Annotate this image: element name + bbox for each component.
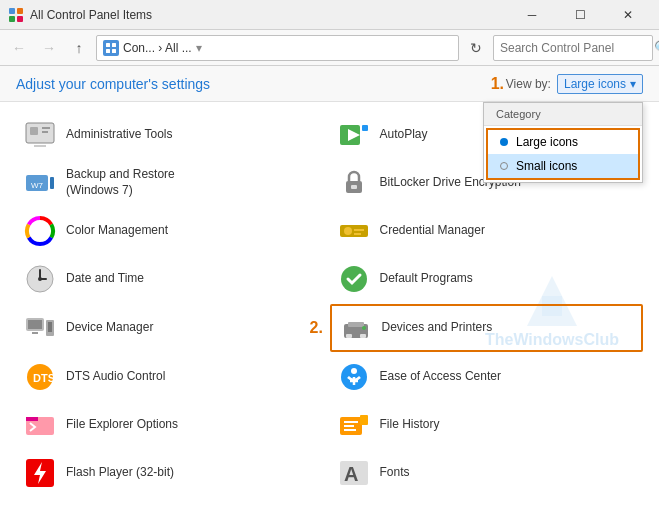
svg-rect-27 bbox=[354, 229, 364, 231]
admin-tools-label: Administrative Tools bbox=[66, 127, 173, 143]
maximize-button[interactable]: ☐ bbox=[557, 0, 603, 30]
list-item[interactable]: Color Management bbox=[16, 208, 330, 254]
list-item[interactable]: Administrative Tools bbox=[16, 112, 330, 158]
svg-text:A: A bbox=[344, 463, 358, 485]
viewby-dropdown: Category Large icons Small icons bbox=[483, 102, 643, 183]
svg-rect-54 bbox=[344, 425, 354, 427]
window-title: All Control Panel Items bbox=[30, 8, 509, 22]
dropdown-item-small-icons[interactable]: Small icons bbox=[488, 154, 638, 178]
svg-rect-13 bbox=[42, 131, 48, 133]
svg-rect-41 bbox=[346, 334, 352, 338]
list-item[interactable]: 2. Devices and Printers bbox=[330, 304, 644, 352]
window-controls: ─ ☐ ✕ bbox=[509, 0, 651, 30]
search-input[interactable] bbox=[500, 41, 650, 55]
svg-point-26 bbox=[344, 227, 352, 235]
search-icon: 🔍 bbox=[654, 40, 659, 55]
dropdown-header: Category bbox=[484, 103, 642, 126]
radio-selected-icon bbox=[500, 138, 508, 146]
titlebar: All Control Panel Items ─ ☐ ✕ bbox=[0, 0, 659, 30]
list-item[interactable]: DTS DTS Audio Control bbox=[16, 354, 330, 400]
breadcrumb-text: Con... › All ... bbox=[123, 41, 192, 55]
svg-point-32 bbox=[38, 277, 42, 281]
file-history-icon bbox=[338, 409, 370, 441]
svg-rect-53 bbox=[344, 421, 358, 423]
svg-rect-11 bbox=[30, 127, 38, 135]
breadcrumb-separator: ▾ bbox=[196, 41, 202, 55]
svg-rect-12 bbox=[42, 127, 50, 129]
svg-rect-5 bbox=[112, 43, 116, 47]
svg-rect-3 bbox=[17, 16, 23, 22]
step1-badge: 1. bbox=[491, 75, 504, 93]
flash-player-label: Flash Player (32-bit) bbox=[66, 465, 174, 481]
default-programs-label: Default Programs bbox=[380, 271, 473, 287]
viewby-label: View by: bbox=[506, 77, 551, 91]
close-button[interactable]: ✕ bbox=[605, 0, 651, 30]
list-item[interactable]: Date and Time bbox=[16, 256, 330, 302]
svg-point-43 bbox=[362, 326, 366, 330]
file-history-label: File History bbox=[380, 417, 440, 433]
dropdown-item-label: Large icons bbox=[516, 135, 578, 149]
ease-access-icon bbox=[338, 361, 370, 393]
credential-label: Credential Manager bbox=[380, 223, 485, 239]
svg-rect-7 bbox=[112, 49, 116, 53]
viewby-container: View by: Large icons ▾ bbox=[506, 74, 643, 94]
viewby-value: Large icons bbox=[564, 77, 626, 91]
svg-rect-6 bbox=[106, 49, 110, 53]
dropdown-item-large-icons[interactable]: Large icons bbox=[488, 130, 638, 154]
default-programs-icon bbox=[338, 263, 370, 295]
dts-icon: DTS bbox=[24, 361, 56, 393]
up-button[interactable]: ↑ bbox=[66, 35, 92, 61]
list-item[interactable]: W7 Backup and Restore(Windows 7) bbox=[16, 160, 330, 206]
backup-icon: W7 bbox=[24, 167, 56, 199]
bitlocker-icon bbox=[338, 167, 370, 199]
minimize-button[interactable]: ─ bbox=[509, 0, 555, 30]
forward-button[interactable]: → bbox=[36, 35, 62, 61]
address-bar: ← → ↑ Con... › All ... ▾ ↻ 🔍 bbox=[0, 30, 659, 66]
device-manager-icon bbox=[24, 312, 56, 344]
svg-rect-38 bbox=[32, 332, 38, 334]
titlebar-app-icon bbox=[8, 7, 24, 23]
svg-rect-17 bbox=[362, 125, 368, 131]
autoplay-label: AutoPlay bbox=[380, 127, 428, 143]
list-item[interactable]: Flash Player (32-bit) bbox=[16, 450, 330, 496]
svg-rect-28 bbox=[354, 233, 361, 235]
svg-rect-40 bbox=[348, 322, 364, 327]
svg-rect-19 bbox=[50, 177, 54, 189]
radio-empty-icon bbox=[500, 162, 508, 170]
refresh-button[interactable]: ↻ bbox=[463, 35, 489, 61]
svg-point-24 bbox=[35, 226, 45, 236]
svg-rect-14 bbox=[34, 145, 46, 147]
file-explorer-icon bbox=[24, 409, 56, 441]
list-item[interactable]: Credential Manager bbox=[330, 208, 644, 254]
backup-label: Backup and Restore(Windows 7) bbox=[66, 167, 175, 198]
page-title: Adjust your computer's settings bbox=[16, 76, 210, 92]
datetime-label: Date and Time bbox=[66, 271, 144, 287]
svg-rect-4 bbox=[106, 43, 110, 47]
list-item[interactable]: Ease of Access Center bbox=[330, 354, 644, 400]
list-item[interactable]: File History bbox=[330, 402, 644, 448]
fonts-icon: A bbox=[338, 457, 370, 489]
devices-printers-label: Devices and Printers bbox=[382, 320, 493, 336]
svg-rect-0 bbox=[9, 8, 15, 14]
dropdown-item-label: Small icons bbox=[516, 159, 577, 173]
svg-rect-2 bbox=[9, 16, 15, 22]
fonts-label: Fonts bbox=[380, 465, 410, 481]
list-item[interactable]: Device Manager bbox=[16, 304, 330, 352]
main-area: Adjust your computer's settings View by:… bbox=[0, 66, 659, 517]
list-item[interactable]: A Fonts bbox=[330, 450, 644, 496]
breadcrumb-bar[interactable]: Con... › All ... ▾ bbox=[96, 35, 459, 61]
chevron-down-icon: ▾ bbox=[630, 77, 636, 91]
search-bar[interactable]: 🔍 bbox=[493, 35, 653, 61]
list-item[interactable]: Default Programs bbox=[330, 256, 644, 302]
color-mgmt-label: Color Management bbox=[66, 223, 168, 239]
svg-rect-35 bbox=[28, 320, 42, 329]
viewby-button[interactable]: Large icons ▾ bbox=[557, 74, 643, 94]
svg-rect-22 bbox=[351, 185, 357, 189]
admin-tools-icon bbox=[24, 119, 56, 151]
back-button[interactable]: ← bbox=[6, 35, 32, 61]
svg-rect-37 bbox=[48, 322, 52, 332]
svg-text:W7: W7 bbox=[31, 181, 44, 190]
color-mgmt-icon bbox=[24, 215, 56, 247]
list-item[interactable]: File Explorer Options bbox=[16, 402, 330, 448]
svg-rect-51 bbox=[26, 417, 38, 421]
